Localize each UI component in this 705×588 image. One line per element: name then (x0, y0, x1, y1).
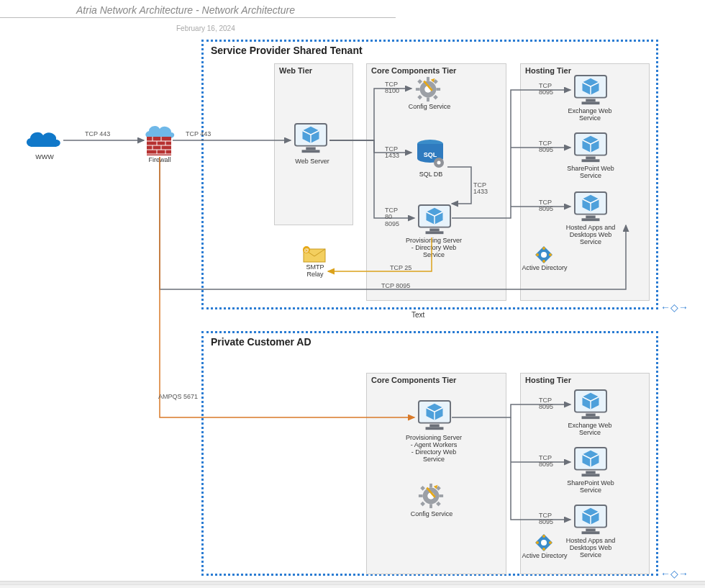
svg-point-29 (549, 541, 552, 544)
sharepoint-sp-label: SharePoint Web Service (560, 166, 622, 180)
firewall-label: Firewall (145, 157, 174, 164)
port-prov-spt: TCP 8095 (539, 140, 553, 154)
ad-cust-label: Active Directory (519, 553, 570, 560)
config-service-label: Config Service (403, 104, 456, 111)
region-sp-title: Service Provider Shared Tenant (211, 45, 363, 56)
svg-rect-0 (147, 137, 171, 155)
svg-point-16 (437, 161, 441, 165)
monitor-icon (573, 446, 608, 479)
svg-point-27 (541, 540, 547, 546)
monitor-icon (573, 504, 608, 537)
ad-sp-label: Active Directory (519, 265, 570, 272)
footer-bars (0, 581, 705, 588)
prov-sp-label: Provisioning Server - Directory Web Serv… (398, 238, 470, 259)
region-sp-body-text: Text (411, 311, 424, 319)
firewall-icon (147, 137, 171, 155)
tier-core-sp-title: Core Components Tier (371, 66, 456, 75)
port-fw-hosting: TCP 8095 (381, 283, 410, 289)
svg-point-22 (536, 253, 539, 256)
active-directory-icon (534, 533, 554, 553)
hosted-sp-label: Hosted Apps and Desktops Web Service (558, 225, 624, 246)
title-underline (0, 17, 396, 18)
sharepoint-cust-label: SharePoint Web Service (560, 480, 622, 494)
monitor-icon (417, 204, 452, 237)
resize-handle-icon[interactable]: ←◇→ (660, 568, 688, 579)
prov-cust-label: Provisioning Server - Agent Workers - Di… (398, 435, 470, 463)
monitor-icon (573, 132, 608, 165)
tier-hosting-sp-title: Hosting Tier (525, 66, 571, 75)
cloud-icon (22, 127, 63, 153)
svg-point-31 (536, 541, 539, 544)
port-prov-hosted: TCP 8095 (539, 199, 553, 213)
port-www-fw: TCP 443 (85, 131, 110, 137)
sql-label: SQL DB (415, 171, 447, 178)
tier-web-title: Web Tier (279, 66, 312, 75)
resize-handle-icon[interactable]: ←◇→ (660, 302, 688, 313)
title-text: Atria Network Architecture - Network Arc… (76, 4, 295, 16)
port-web-sql: TCP 1433 (385, 146, 399, 160)
svg-point-18 (541, 252, 547, 258)
port-cust-spt: TCP 8095 (539, 455, 553, 469)
monitor-icon (417, 399, 452, 433)
region-cust-title: Private Customer AD (211, 336, 311, 348)
tier-hosting-cust-title: Hosting Tier (525, 376, 571, 384)
sql-icon: SQL (414, 138, 446, 170)
gear-icon (414, 76, 442, 103)
port-ampqs: AMPQS 5671 (158, 394, 198, 400)
port-cust-hosted: TCP 8095 (539, 512, 553, 526)
svg-point-19 (542, 247, 545, 250)
port-web-config: TCP 8100 (385, 81, 399, 95)
page-title: Atria Network Architecture - Network Arc… (76, 3, 295, 17)
tier-core-cust-title: Core Components Tier (371, 376, 456, 384)
monitor-icon (573, 191, 608, 224)
page-date: February 16, 2024 (176, 24, 235, 32)
envelope-icon: @ (302, 246, 327, 263)
svg-point-20 (549, 253, 552, 256)
exchange-cust-label: Exchange Web Service (561, 422, 619, 437)
smtp-label: SMTP Relay (304, 264, 326, 279)
web-server-label: Web Server (290, 158, 335, 166)
svg-point-21 (542, 260, 545, 263)
diagram-canvas: Atria Network Architecture - Network Arc… (0, 0, 705, 588)
svg-point-30 (542, 548, 545, 551)
port-cust-exch: TCP 8095 (539, 397, 553, 411)
active-directory-icon (534, 245, 554, 265)
port-prov-exch: TCP 8095 (539, 83, 553, 96)
svg-text:SQL: SQL (424, 151, 437, 158)
port-web-prov: TCP 80 8095 (385, 207, 399, 227)
svg-point-28 (542, 535, 545, 538)
config-cust-label: Config Service (406, 511, 457, 518)
port-prov-smtp: TCP 25 (390, 265, 411, 271)
port-fw-web: TCP 443 (186, 131, 211, 137)
port-sql-prov: TCP 1433 (473, 182, 488, 196)
monitor-icon (573, 74, 608, 107)
monitor-icon (573, 389, 608, 422)
gear-icon (417, 482, 445, 510)
svg-text:@: @ (304, 248, 309, 253)
www-label: WWW (30, 154, 59, 161)
monitor-icon (294, 122, 328, 155)
exchange-sp-label: Exchange Web Service (561, 108, 619, 122)
